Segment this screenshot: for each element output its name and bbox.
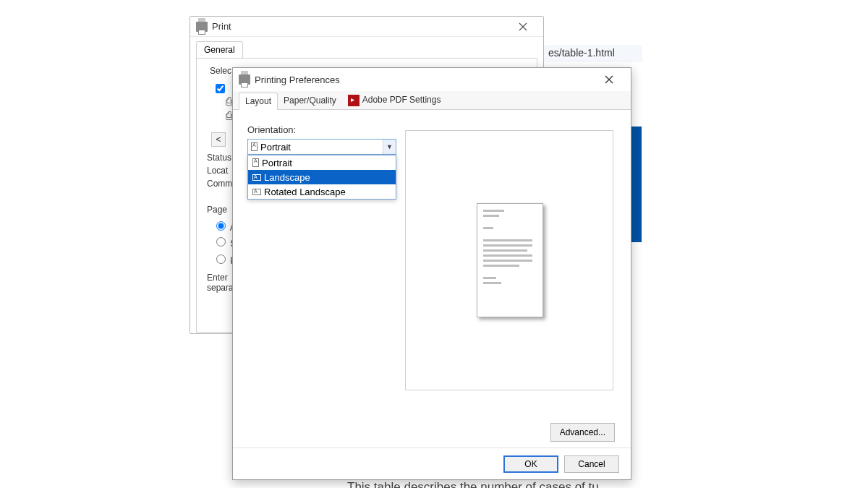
option-label: Portrait	[262, 158, 292, 168]
background-caption-fragment: This table describes the number of cases…	[347, 480, 599, 488]
status-label: Status	[207, 153, 231, 163]
advanced-button[interactable]: Advanced...	[550, 423, 615, 442]
page-preview-thumbnail	[477, 203, 543, 317]
printing-preferences-dialog: Printing Preferences Layout Paper/Qualit…	[232, 67, 631, 480]
print-dialog-title: Print	[212, 21, 231, 32]
printer-list-back-button[interactable]: <	[211, 132, 226, 147]
portrait-icon	[252, 158, 259, 167]
print-dialog-tabs: General	[190, 37, 543, 58]
printer-checkbox[interactable]	[216, 84, 225, 93]
location-label: Locat	[207, 166, 228, 176]
enter-pages-hint-2: separa	[207, 283, 234, 293]
browser-address-fragment: es/table-1.html	[544, 45, 642, 62]
printer-icon	[196, 22, 208, 32]
print-dialog-close-button[interactable]	[509, 17, 537, 36]
option-label: Rotated Landscape	[264, 187, 346, 197]
cancel-button[interactable]: Cancel	[564, 455, 619, 473]
orientation-option-landscape[interactable]: Landscape	[248, 170, 396, 184]
page-range-label: Page	[207, 205, 227, 215]
ok-button[interactable]: OK	[503, 455, 558, 473]
tab-adobe-pdf-settings[interactable]: Adobe PDF Settings	[342, 92, 447, 109]
portrait-icon	[251, 142, 258, 151]
printer-icon	[239, 74, 250, 85]
pref-dialog-close-button[interactable]	[593, 69, 625, 90]
tab-layout[interactable]: Layout	[239, 93, 278, 110]
chevron-down-icon: ▼	[386, 143, 393, 150]
orientation-selected-value: Portrait	[260, 142, 291, 153]
orientation-label: Orientation:	[247, 124, 296, 135]
comment-label: Comm	[207, 179, 232, 189]
orientation-option-rotated-landscape[interactable]: Rotated Landscape	[248, 184, 396, 199]
pref-tabs: Layout Paper/Quality Adobe PDF Settings	[233, 91, 631, 110]
tab-general[interactable]: General	[196, 41, 243, 58]
pref-dialog-title: Printing Preferences	[255, 74, 340, 85]
landscape-icon	[252, 174, 261, 181]
pref-dialog-footer: OK Cancel	[233, 448, 631, 479]
orientation-dropdown-list: Portrait Landscape Rotated Landscape	[247, 155, 396, 200]
pref-body: Orientation: Portrait ▼ Portrait Landsca…	[233, 110, 631, 448]
printer-entry-icon: ⎙	[226, 95, 232, 107]
rotated-landscape-icon	[252, 189, 261, 195]
background-sidebar-stripe	[631, 127, 642, 242]
close-icon	[519, 22, 527, 31]
close-icon	[605, 75, 613, 84]
adobe-pdf-icon	[348, 95, 359, 106]
combobox-dropdown-button[interactable]: ▼	[383, 140, 396, 154]
page-preview-pane	[405, 130, 613, 390]
orientation-combobox[interactable]: Portrait ▼	[247, 139, 396, 155]
select-printer-label: Selec	[208, 66, 233, 76]
print-dialog-titlebar: Print	[190, 17, 543, 37]
printer-entry-icon-2: ⎙	[226, 109, 232, 121]
tab-adobe-pdf-label: Adobe PDF Settings	[362, 95, 441, 105]
orientation-option-portrait[interactable]: Portrait	[248, 155, 396, 170]
pref-dialog-titlebar: Printing Preferences	[233, 68, 631, 91]
option-label: Landscape	[264, 172, 310, 183]
tab-paper-quality[interactable]: Paper/Quality	[278, 93, 342, 108]
enter-pages-hint-1: Enter	[207, 273, 228, 283]
